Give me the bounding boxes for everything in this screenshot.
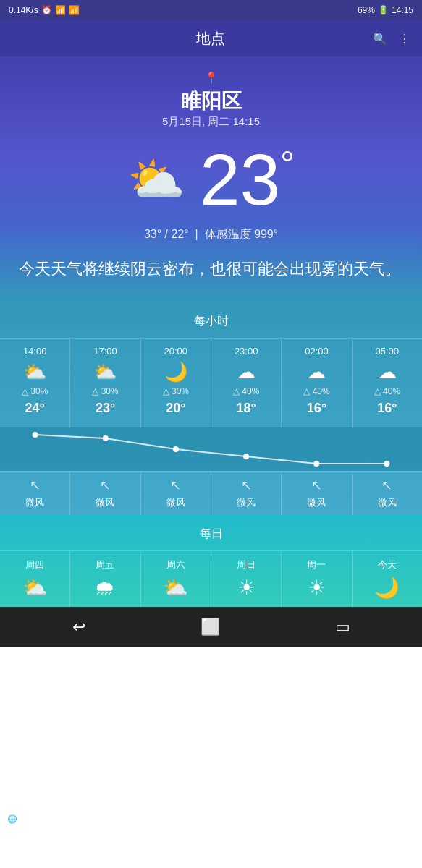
hour-time: 23:00 [235,346,258,357]
hour-temp: 20° [166,401,185,416]
location-pin-icon: 📍 [204,71,219,85]
svg-point-5 [384,461,389,467]
status-bar: 0.14K/s ⏰ 📶 📶 69% 🔋 14:15 [0,0,422,20]
day-weather-icon: ☀ [308,576,326,600]
hourly-col: 14:00 ⛅ △ 30% 24° [0,339,70,427]
wifi-icon: 📶 [55,5,66,15]
hour-icon: ☁ [307,361,326,383]
network-speed: 0.14K/s [9,5,38,15]
hourly-col: 23:00 ☁ △ 40% 18° [211,339,282,427]
search-icon[interactable]: 🔍 [373,32,387,46]
svg-point-3 [243,454,249,459]
wind-arrow-icon: ↖ [381,477,392,493]
home-button[interactable]: ⬜ [201,618,220,637]
wind-label: 微风 [378,496,397,509]
wind-label: 微风 [96,496,114,509]
wind-label: 微风 [307,496,326,509]
current-weather-icon: ⛅ [127,153,185,207]
daily-col: 周五 🌧 [70,551,140,607]
hour-time: 05:00 [376,346,400,357]
daily-col: 周一 ☀ [282,551,352,607]
daily-col: 周四 ⛅ [0,551,70,607]
city-name: 睢阳区 [12,88,410,115]
watermark: 🌐 中国天气 @小二货的赚钱梦 [0,814,422,825]
status-left: 0.14K/s ⏰ 📶 📶 [9,5,80,15]
globe-icon: 🌐 [7,814,17,824]
back-button[interactable]: ↩ [72,618,85,637]
daily-grid: 周四 ⛅ 周五 🌧 周六 ⛅ 周日 ☀ 周一 ☀ 今天 🌙 [0,550,422,607]
temp-range: 33° / 22° | 体感温度 999° [12,227,410,242]
hourly-grid: 14:00 ⛅ △ 30% 24° 17:00 ⛅ △ 30% 23° 20:0… [0,338,422,427]
wind-row: ↖ 微风 ↖ 微风 ↖ 微风 ↖ 微风 ↖ 微风 ↖ 微风 [0,471,422,515]
bottom-nav: ↩ ⬜ ▭ [0,607,422,647]
wind-col: ↖ 微风 [0,472,70,515]
daily-col: 周六 ⛅ [141,551,211,607]
hour-time: 14:00 [23,346,47,357]
hour-temp: 16° [377,401,397,416]
location-row: 📍 [12,71,410,85]
svg-point-1 [103,435,109,441]
daily-section: 每日 周四 ⛅ 周五 🌧 周六 ⛅ 周日 ☀ 周一 ☀ 今天 🌙 [0,515,422,607]
high-temp: 33° [144,228,161,240]
watermark-right: @小二货的赚钱梦 [351,814,415,825]
battery-level: 69% [358,5,375,15]
wind-col: ↖ 微风 [282,472,352,515]
wind-arrow-icon: ↖ [30,477,41,493]
hour-icon: ☁ [378,361,397,383]
day-weather-icon: ⛅ [163,576,188,600]
wind-arrow-icon: ↖ [241,477,252,493]
hourly-title: 每小时 [0,314,422,329]
hour-time: 17:00 [93,346,117,357]
date-time: 5月15日, 周二 14:15 [12,115,410,129]
hour-temp: 18° [237,401,256,416]
hour-temp: 23° [96,401,115,416]
hour-precip: △ 40% [233,386,259,396]
hour-temp: 16° [307,401,326,416]
daily-col: 今天 🌙 [353,551,422,607]
watermark-brand: 中国天气 [20,814,52,825]
day-weather-icon: 🌧 [95,576,115,600]
current-temp: 23 [200,143,280,216]
hour-icon: ⛅ [23,361,46,383]
temp-section: ⛅ 23 ° [12,143,410,216]
hourly-col: 02:00 ☁ △ 40% 16° [282,339,352,427]
daily-col: 周日 ☀ [211,551,282,607]
wind-col: ↖ 微风 [353,472,422,515]
degree-symbol: ° [280,143,295,185]
wind-col: ↖ 微风 [141,472,211,515]
hourly-col: 05:00 ☁ △ 40% 16° [353,339,422,427]
daily-title: 每日 [0,527,422,542]
hourly-section: 每小时 14:00 ⛅ △ 30% 24° 17:00 ⛅ △ 30% 23° … [0,302,422,515]
header-title: 地点 [48,29,373,48]
low-temp: 22° [171,228,188,240]
day-weather-icon: ⛅ [22,576,48,600]
recents-button[interactable]: ▭ [335,618,350,637]
hour-precip: △ 30% [22,386,48,396]
day-weather-icon: ☀ [237,576,256,600]
svg-point-4 [313,461,319,467]
hour-time: 02:00 [305,346,329,357]
wind-col: ↖ 微风 [70,472,140,515]
header-icons: 🔍 ⋮ [373,32,410,46]
hour-time: 20:00 [164,346,188,357]
hour-precip: △ 40% [374,386,400,396]
day-label: 周五 [96,558,114,571]
trend-area [0,427,422,471]
hour-precip: △ 40% [303,386,329,396]
wind-label: 微风 [237,496,256,509]
battery-icon: 🔋 [378,5,389,15]
hourly-col: 20:00 🌙 △ 30% 20° [141,339,211,427]
hour-icon: 🌙 [164,361,187,383]
day-weather-icon: 🌙 [374,576,400,600]
weather-description: 今天天气将继续阴云密布，也很可能会出现雾的天气。 [12,257,410,281]
alarm-icon: ⏰ [41,5,52,15]
wind-col: ↖ 微风 [211,472,282,515]
hour-precip: △ 30% [92,386,118,396]
day-label: 周一 [307,558,326,571]
more-icon[interactable]: ⋮ [399,32,410,46]
wind-label: 微风 [25,496,44,509]
hour-temp: 24° [25,401,45,416]
svg-point-0 [33,432,38,438]
day-label: 周六 [166,558,185,571]
hour-precip: △ 30% [163,386,189,396]
